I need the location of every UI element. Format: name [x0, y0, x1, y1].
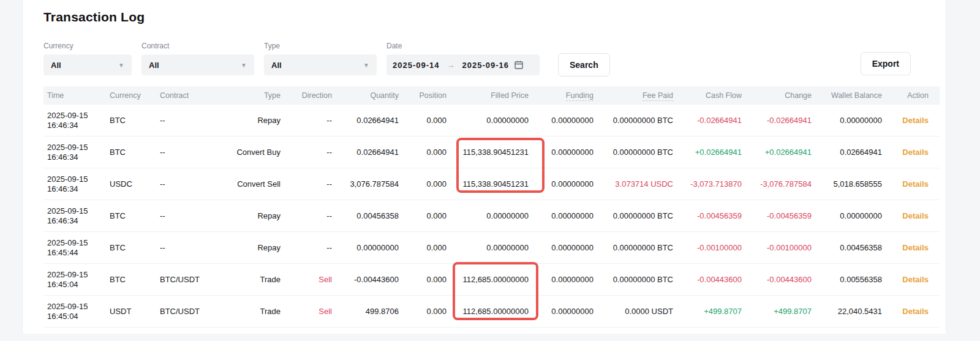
details-link[interactable]: Details: [902, 307, 929, 316]
column-header-quantity: Quantity: [343, 91, 410, 100]
cell-direction: --: [292, 148, 343, 157]
cell-position: 0.000: [410, 211, 458, 220]
cell-fee-paid: 0.0000 USDT: [605, 307, 684, 316]
cell-direction: --: [292, 211, 343, 220]
date-filter: Date 2025-09-14 → 2025-09-16: [386, 42, 540, 75]
cell-quantity: -0.00443600: [343, 275, 410, 284]
contract-filter-label: Contract: [141, 42, 254, 50]
cell-direction: --: [292, 243, 343, 252]
cell-action: Details: [893, 275, 940, 284]
cell-funding: 0.00000000: [540, 116, 605, 125]
cell-cash-flow: -3,073.713870: [684, 179, 753, 189]
cell-position: 0.000: [410, 148, 458, 157]
chevron-down-icon: ▼: [241, 62, 247, 69]
cell-filled-price: 115,338.90451231: [458, 148, 540, 157]
cell-fee-paid: 0.00000000 BTC: [605, 211, 684, 220]
currency-select[interactable]: All ▼: [43, 54, 132, 75]
cell-currency: BTC: [106, 211, 156, 220]
row-date: 2025-09-15: [47, 302, 106, 312]
cell-cash-flow: +0.02664941: [684, 148, 753, 157]
cell-action: Details: [893, 148, 940, 157]
cell-quantity: 0.02664941: [343, 116, 410, 125]
table-body: 2025-09-15 16:46:34 BTC -- Repay -- 0.02…: [43, 105, 940, 328]
page-title: Transaction Log: [43, 10, 946, 24]
cell-position: 0.000: [410, 275, 458, 284]
cell-type: Trade: [230, 307, 292, 316]
table-header-row: TimeCurrencyContractTypeDirectionQuantit…: [43, 86, 940, 105]
export-button[interactable]: Export: [861, 52, 911, 75]
cell-funding: 0.00000000: [540, 148, 605, 157]
row-time: 16:45:04: [47, 312, 106, 321]
row-time: 16:46:34: [47, 152, 106, 162]
contract-select-value: All: [149, 61, 159, 70]
cell-cash-flow: -0.02664941: [684, 116, 753, 125]
cell-change: +0.02664941: [753, 148, 823, 157]
details-link[interactable]: Details: [902, 116, 929, 125]
date-range-picker[interactable]: 2025-09-14 → 2025-09-16: [386, 54, 540, 75]
currency-filter-label: Currency: [43, 42, 132, 50]
cell-cash-flow: +499.8707: [684, 307, 753, 316]
cell-fee-paid: 0.00000000 BTC: [605, 116, 684, 125]
table-row: 2025-09-15 16:46:34 BTC -- Repay -- 0.00…: [43, 200, 940, 232]
cell-contract: --: [156, 116, 230, 125]
cell-time: 2025-09-15 16:45:04: [43, 270, 106, 290]
cell-wallet-balance: 0.00456358: [823, 243, 893, 252]
row-date: 2025-09-15: [47, 238, 106, 248]
cell-position: 0.000: [410, 307, 458, 316]
calendar-icon: [514, 60, 524, 70]
cell-filled-price: 112,685.00000000: [458, 275, 540, 284]
details-link[interactable]: Details: [902, 211, 929, 220]
cell-contract: --: [156, 179, 230, 189]
cell-time: 2025-09-15 16:45:04: [43, 302, 106, 321]
cell-time: 2025-09-15 16:45:44: [43, 238, 106, 258]
cell-quantity: 3,076.787584: [343, 179, 410, 189]
cell-contract: --: [156, 243, 230, 252]
row-time: 16:45:44: [47, 248, 106, 258]
details-link[interactable]: Details: [902, 275, 929, 284]
cell-time: 2025-09-15 16:46:34: [43, 174, 106, 194]
table-row: 2025-09-15 16:45:04 BTC BTC/USDT Trade S…: [43, 264, 940, 296]
cell-quantity: 0.00456358: [343, 211, 410, 220]
cell-wallet-balance: 0.00556358: [823, 275, 893, 284]
search-button[interactable]: Search: [558, 53, 610, 77]
details-link[interactable]: Details: [902, 243, 929, 252]
column-header-direction: Direction: [292, 91, 343, 100]
cell-filled-price: 112,685.00000000: [458, 307, 540, 316]
column-header-currency: Currency: [106, 91, 156, 100]
cell-time: 2025-09-15 16:46:34: [43, 143, 106, 162]
date-start-value: 2025-09-14: [393, 61, 440, 70]
cell-contract: BTC/USDT: [156, 275, 230, 284]
cell-funding: 0.00000000: [540, 243, 605, 252]
cell-type: Trade: [230, 275, 292, 284]
type-select-value: All: [271, 61, 282, 70]
type-filter-label: Type: [264, 42, 377, 50]
cell-change: -0.00456359: [753, 211, 823, 220]
row-time: 16:46:34: [47, 216, 106, 226]
column-header-position: Position: [410, 91, 458, 100]
cell-quantity: 499.8706: [343, 307, 410, 316]
cell-wallet-balance: 0.02664941: [823, 148, 893, 157]
details-link[interactable]: Details: [902, 148, 929, 157]
chevron-down-icon: ▼: [118, 62, 124, 69]
cell-filled-price: 0.00000000: [458, 243, 540, 252]
cell-currency: USDT: [106, 307, 156, 316]
column-header-time: Time: [43, 91, 106, 100]
cell-funding: 0.00000000: [540, 307, 605, 316]
cell-time: 2025-09-15 16:46:34: [43, 111, 106, 130]
date-end-value: 2025-09-16: [462, 61, 510, 70]
cell-fee-paid: 0.00000000 BTC: [605, 275, 684, 284]
column-header-action: Action: [893, 91, 940, 100]
column-header-cash-flow: Cash Flow: [684, 91, 753, 100]
cell-change: +499.8707: [753, 307, 823, 316]
type-select[interactable]: All ▼: [264, 54, 377, 75]
row-time: 16:46:34: [47, 184, 106, 194]
contract-filter: Contract All ▼: [141, 42, 254, 75]
details-link[interactable]: Details: [902, 179, 929, 189]
cell-position: 0.000: [410, 179, 458, 189]
cell-action: Details: [893, 243, 940, 252]
table-row: 2025-09-15 16:46:34 BTC -- Convert Buy -…: [43, 137, 940, 168]
transaction-log-panel: Transaction Log Currency All ▼ Contract …: [22, 0, 946, 334]
transaction-table: TimeCurrencyContractTypeDirectionQuantit…: [43, 86, 940, 328]
cell-currency: USDC: [106, 179, 156, 189]
contract-select[interactable]: All ▼: [141, 54, 254, 75]
